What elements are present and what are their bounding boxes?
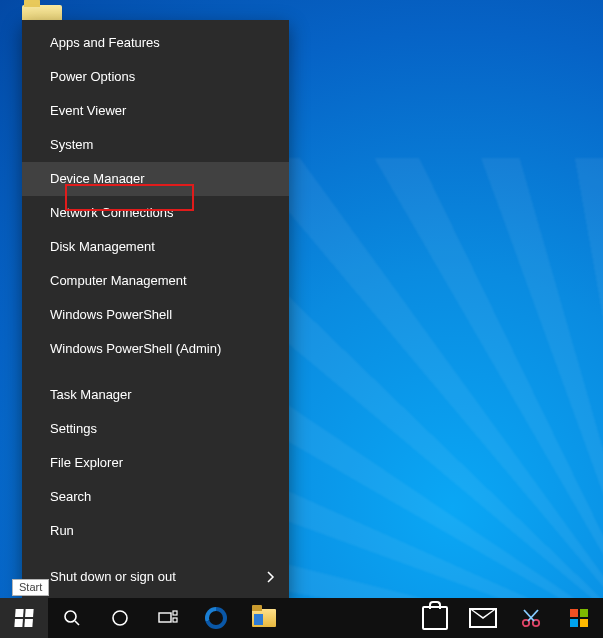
svg-rect-5 <box>173 618 177 622</box>
menu-item-label: File Explorer <box>50 455 123 470</box>
svg-rect-3 <box>159 613 171 622</box>
taskbar-task-view-button[interactable] <box>144 598 192 638</box>
menu-item-label: Task Manager <box>50 387 132 402</box>
menu-power-options[interactable]: Power Options <box>22 60 289 94</box>
menu-item-label: Disk Management <box>50 239 155 254</box>
menu-computer-management[interactable]: Computer Management <box>22 264 289 298</box>
menu-shut-down-or-sign-out[interactable]: Shut down or sign out <box>22 560 289 594</box>
microsoft-logo-icon <box>570 609 588 627</box>
menu-item-label: Windows PowerShell <box>50 307 172 322</box>
menu-item-label: Windows PowerShell (Admin) <box>50 341 221 356</box>
menu-windows-powershell-admin[interactable]: Windows PowerShell (Admin) <box>22 332 289 366</box>
menu-item-label: Network Connections <box>50 205 174 220</box>
taskbar-file-explorer-button[interactable] <box>240 598 288 638</box>
snipping-tool-icon <box>520 607 542 629</box>
file-explorer-icon <box>252 609 276 627</box>
svg-point-0 <box>65 611 76 622</box>
taskbar-search-button[interactable] <box>48 598 96 638</box>
menu-disk-management[interactable]: Disk Management <box>22 230 289 264</box>
task-view-icon <box>158 610 178 626</box>
mail-icon <box>469 608 497 628</box>
menu-system[interactable]: System <box>22 128 289 162</box>
menu-item-label: Shut down or sign out <box>50 569 176 584</box>
start-tooltip: Start <box>12 579 49 596</box>
store-icon <box>422 606 448 630</box>
start-button[interactable] <box>0 598 48 638</box>
taskbar-snip-button[interactable] <box>507 598 555 638</box>
svg-line-1 <box>75 621 79 625</box>
menu-item-label: Run <box>50 523 74 538</box>
menu-item-label: Settings <box>50 421 97 436</box>
winx-context-menu: Apps and Features Power Options Event Vi… <box>22 20 289 604</box>
svg-point-2 <box>113 611 127 625</box>
search-icon <box>63 609 81 627</box>
menu-apps-and-features[interactable]: Apps and Features <box>22 26 289 60</box>
menu-file-explorer[interactable]: File Explorer <box>22 446 289 480</box>
taskbar-edge-button[interactable] <box>192 598 240 638</box>
menu-network-connections[interactable]: Network Connections <box>22 196 289 230</box>
chevron-right-icon <box>267 571 275 583</box>
windows-logo-icon <box>14 609 33 627</box>
menu-item-label: Apps and Features <box>50 35 160 50</box>
menu-windows-powershell[interactable]: Windows PowerShell <box>22 298 289 332</box>
menu-task-manager[interactable]: Task Manager <box>22 378 289 412</box>
menu-item-label: System <box>50 137 93 152</box>
taskbar-store-button[interactable] <box>411 598 459 638</box>
menu-device-manager[interactable]: Device Manager <box>22 162 289 196</box>
menu-event-viewer[interactable]: Event Viewer <box>22 94 289 128</box>
taskbar <box>0 598 603 638</box>
menu-item-label: Device Manager <box>50 171 145 186</box>
taskbar-mail-button[interactable] <box>459 598 507 638</box>
taskbar-cortana-button[interactable] <box>96 598 144 638</box>
taskbar-microsoft-store-button[interactable] <box>555 598 603 638</box>
menu-search[interactable]: Search <box>22 480 289 514</box>
menu-item-label: Computer Management <box>50 273 187 288</box>
menu-item-label: Event Viewer <box>50 103 126 118</box>
menu-item-label: Search <box>50 489 91 504</box>
menu-item-label: Power Options <box>50 69 135 84</box>
menu-run[interactable]: Run <box>22 514 289 548</box>
cortana-icon <box>111 609 129 627</box>
menu-settings[interactable]: Settings <box>22 412 289 446</box>
svg-rect-4 <box>173 611 177 615</box>
edge-icon <box>205 607 227 629</box>
